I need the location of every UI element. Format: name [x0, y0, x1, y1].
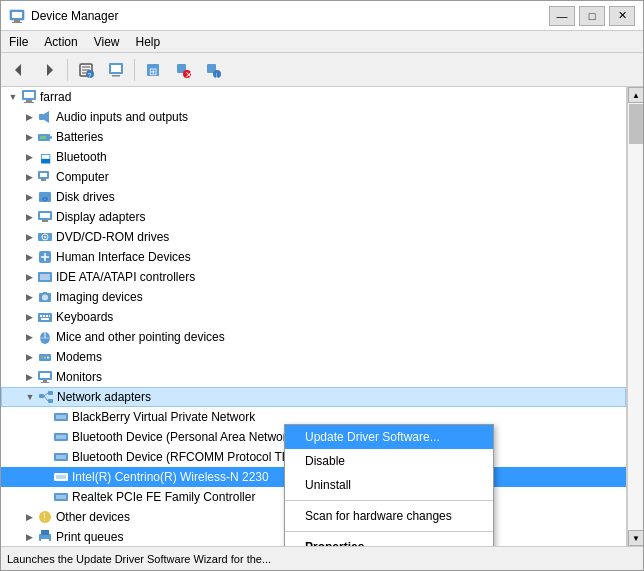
bluetooth-expand[interactable]: ▶ [21, 149, 37, 165]
tree-item-bluetooth[interactable]: ▶ ⬓ Bluetooth [1, 147, 626, 167]
close-button[interactable]: ✕ [609, 6, 635, 26]
tree-item-modems[interactable]: ▶ Modems [1, 347, 626, 367]
mouse-icon [37, 329, 53, 345]
display-expand[interactable]: ▶ [21, 209, 37, 225]
keyboards-expand[interactable]: ▶ [21, 309, 37, 325]
status-text: Launches the Update Driver Software Wiza… [7, 553, 271, 565]
tree-item-keyboards[interactable]: ▶ Keyboards [1, 307, 626, 327]
ctx-update-driver[interactable]: Update Driver Software... [285, 425, 493, 449]
modems-expand[interactable]: ▶ [21, 349, 37, 365]
imaging-expand[interactable]: ▶ [21, 289, 37, 305]
batteries-expand[interactable]: ▶ [21, 129, 37, 145]
svg-rect-2 [14, 20, 20, 22]
device-manager-window: Device Manager — □ ✕ File Action View He… [0, 0, 644, 571]
ctx-properties[interactable]: Properties [285, 535, 493, 546]
other-expand[interactable]: ▶ [21, 509, 37, 525]
tree-item-audio[interactable]: ▶ Audio inputs and outputs [1, 107, 626, 127]
svg-text:!: ! [43, 512, 46, 523]
toolbar: ? ⊞ ✕ [1, 53, 643, 87]
hid-icon [37, 249, 53, 265]
print-expand[interactable]: ▶ [21, 529, 37, 545]
network-expand[interactable]: ▼ [22, 389, 38, 405]
properties-button[interactable]: ? [72, 57, 100, 83]
ide-icon [37, 269, 53, 285]
scroll-thumb[interactable] [629, 104, 643, 144]
bluetooth-label: Bluetooth [56, 150, 107, 164]
other-icon: ! [37, 509, 53, 525]
audio-expand[interactable]: ▶ [21, 109, 37, 125]
menu-action[interactable]: Action [36, 33, 85, 51]
svg-rect-41 [42, 220, 48, 222]
print-icon [37, 529, 53, 545]
svg-rect-35 [41, 179, 46, 181]
scroll-track[interactable] [628, 103, 643, 530]
net2-label: Bluetooth Device (Personal Area Network) [72, 430, 297, 444]
battery-icon [37, 129, 53, 145]
disk-icon [37, 189, 53, 205]
title-controls: — □ ✕ [549, 6, 635, 26]
ide-label: IDE ATA/ATAPI controllers [56, 270, 195, 284]
svg-rect-55 [43, 315, 45, 317]
svg-rect-14 [112, 75, 120, 77]
status-bar: Launches the Update Driver Software Wiza… [1, 546, 643, 570]
tree-item-computer[interactable]: ▶ Computer [1, 167, 626, 187]
maximize-button[interactable]: □ [579, 6, 605, 26]
mice-expand[interactable]: ▶ [21, 329, 37, 345]
back-button[interactable] [5, 57, 33, 83]
svg-marker-28 [44, 111, 49, 123]
svg-rect-24 [24, 92, 34, 98]
update-driver-button[interactable] [102, 57, 130, 83]
dvd-expand[interactable]: ▶ [21, 229, 37, 245]
svg-rect-78 [56, 435, 66, 439]
net5-icon [53, 489, 69, 505]
svg-rect-54 [40, 315, 42, 317]
net1-icon [53, 409, 69, 425]
imaging-icon [37, 289, 53, 305]
menu-view[interactable]: View [86, 33, 128, 51]
tree-item-hid[interactable]: ▶ Human Interface Devices [1, 247, 626, 267]
tree-panel[interactable]: ▼ farrad ▶ [1, 87, 627, 546]
ctx-uninstall[interactable]: Uninstall [285, 473, 493, 497]
remove-device-button[interactable]: ✕ [169, 57, 197, 83]
svg-point-51 [42, 295, 48, 301]
tree-root[interactable]: ▼ farrad [1, 87, 626, 107]
svg-marker-5 [47, 64, 53, 76]
svg-rect-26 [24, 102, 34, 103]
tree-item-monitors[interactable]: ▶ Monitors [1, 367, 626, 387]
menu-file[interactable]: File [1, 33, 36, 51]
tree-item-dvd[interactable]: ▶ DVD/CD-ROM drives [1, 227, 626, 247]
disk-label: Disk drives [56, 190, 115, 204]
computer-expand[interactable]: ▶ [21, 169, 37, 185]
tree-item-batteries[interactable]: ▶ Batteries [1, 127, 626, 147]
hid-expand[interactable]: ▶ [21, 249, 37, 265]
menu-help[interactable]: Help [128, 33, 169, 51]
scrollbar[interactable]: ▲ ▼ [627, 87, 643, 546]
tree-item-network[interactable]: ▼ Network adapters [1, 387, 626, 407]
svg-text:⬓: ⬓ [40, 151, 51, 165]
svg-line-74 [44, 396, 48, 401]
svg-rect-56 [46, 315, 48, 317]
root-expand[interactable]: ▼ [5, 89, 21, 105]
dvd-icon [37, 229, 53, 245]
tree-item-display[interactable]: ▶ Display adapters [1, 207, 626, 227]
add-hardware-button[interactable]: ↓ [199, 57, 227, 83]
tree-item-disk[interactable]: ▶ Disk drives [1, 187, 626, 207]
scan-hardware-button[interactable]: ⊞ [139, 57, 167, 83]
ctx-disable[interactable]: Disable [285, 449, 493, 473]
forward-button[interactable] [35, 57, 63, 83]
net1-label: BlackBerry Virtual Private Network [72, 410, 255, 424]
scroll-down[interactable]: ▼ [628, 530, 643, 546]
dvd-label: DVD/CD-ROM drives [56, 230, 169, 244]
disk-expand[interactable]: ▶ [21, 189, 37, 205]
svg-rect-67 [40, 373, 50, 378]
ide-expand[interactable]: ▶ [21, 269, 37, 285]
svg-rect-34 [40, 173, 47, 177]
ctx-scan-hardware[interactable]: Scan for hardware changes [285, 504, 493, 528]
tree-item-imaging[interactable]: ▶ Imaging devices [1, 287, 626, 307]
svg-rect-3 [12, 22, 22, 23]
monitors-expand[interactable]: ▶ [21, 369, 37, 385]
tree-item-ide[interactable]: ▶ IDE ATA/ATAPI controllers [1, 267, 626, 287]
minimize-button[interactable]: — [549, 6, 575, 26]
tree-item-mice[interactable]: ▶ Mice and other pointing devices [1, 327, 626, 347]
scroll-up[interactable]: ▲ [628, 87, 643, 103]
